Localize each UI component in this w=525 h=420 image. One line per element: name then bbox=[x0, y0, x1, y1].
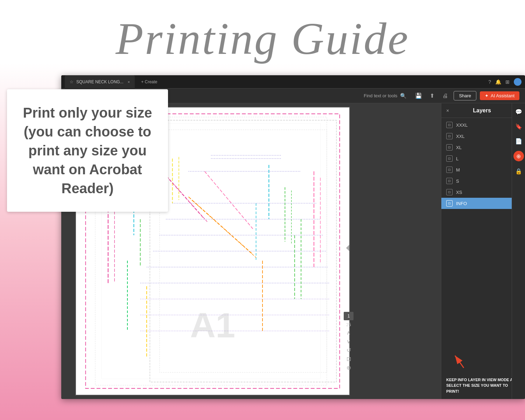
layer-visibility-icon[interactable]: ⊡ bbox=[446, 122, 453, 128]
layer-name-xxxl: XXXL bbox=[456, 122, 520, 128]
new-tab-button[interactable]: + Create bbox=[138, 78, 161, 86]
bookmark-icon[interactable]: 🔖 bbox=[514, 121, 524, 131]
right-edge-icons: 💬 🔖 📄 ⊕ 🔒 bbox=[512, 103, 525, 399]
printing-guide-title: Printing Guide bbox=[115, 12, 410, 65]
layer-visibility-icon-m[interactable]: ⊡ bbox=[446, 167, 453, 173]
save-icon[interactable]: 💾 bbox=[414, 91, 424, 101]
page-up-button[interactable]: ∧ bbox=[346, 329, 351, 336]
layer-visibility-icon-xxl[interactable]: ⊡ bbox=[446, 133, 453, 139]
help-icon[interactable]: ? bbox=[488, 79, 491, 85]
layer-visibility-icon-s[interactable]: ⊡ bbox=[446, 178, 453, 184]
layer-visibility-icon-xs[interactable]: ⊡ bbox=[446, 189, 453, 195]
tab-close-button[interactable]: × bbox=[128, 80, 130, 84]
apps-icon[interactable]: ⊞ bbox=[505, 79, 510, 85]
active-tab[interactable]: ☆ SQUARE NECK LONG... × bbox=[65, 75, 135, 89]
svg-line-43 bbox=[455, 356, 464, 368]
layer-visibility-icon-l[interactable]: ⊡ bbox=[446, 155, 453, 162]
svg-text:A1: A1 bbox=[190, 306, 235, 345]
fit-page-button[interactable]: ⊡ bbox=[346, 356, 351, 362]
total-pages: 25 bbox=[346, 322, 351, 327]
star-icon: ☆ bbox=[70, 79, 74, 84]
share-button[interactable]: Share bbox=[454, 91, 476, 100]
layer-visibility-icon-info[interactable]: ⊡ bbox=[446, 200, 453, 206]
browser-icons-right: ? 🔔 ⊞ bbox=[488, 78, 522, 86]
search-area: Find text or tools 🔍 bbox=[364, 93, 407, 99]
ai-icon: ✦ bbox=[485, 93, 489, 98]
ai-assistant-button[interactable]: ✦ AI Assistant bbox=[480, 91, 519, 100]
info-card-text: Print only your size (you can choose to … bbox=[21, 103, 154, 198]
layer-visibility-icon-xl[interactable]: ⊡ bbox=[446, 144, 453, 150]
layer-name-info: INFO bbox=[456, 201, 520, 206]
tab-title: SQUARE NECK LONG... bbox=[76, 79, 124, 84]
refresh-button[interactable]: ↺ bbox=[346, 347, 351, 354]
document-icon[interactable]: 📄 bbox=[514, 136, 524, 146]
info-card: Print only your size (you can choose to … bbox=[7, 89, 168, 212]
current-page: 1 bbox=[344, 312, 354, 320]
layer-name-l: L bbox=[456, 156, 520, 161]
lock-icon[interactable]: 🔒 bbox=[514, 166, 524, 176]
zoom-in-button[interactable]: ⊕ bbox=[346, 364, 351, 371]
user-avatar[interactable] bbox=[514, 78, 522, 86]
sidebar-close-button[interactable]: × bbox=[446, 108, 449, 113]
page-down-button[interactable]: ∨ bbox=[346, 338, 351, 345]
layers-icon[interactable]: ⊕ bbox=[513, 151, 524, 161]
search-icon[interactable]: 🔍 bbox=[400, 93, 407, 99]
page-controls: 1 25 ∧ ∨ ↺ ⊡ ⊕ bbox=[344, 312, 354, 371]
search-label: Find text or tools bbox=[364, 93, 397, 98]
layer-name-xxl: XXL bbox=[456, 134, 520, 139]
toolbar-right: 💾 ⬆ 🖨 Share ✦ AI Assistant bbox=[414, 91, 519, 101]
layer-name-xl: XL bbox=[456, 145, 520, 150]
comment-icon[interactable]: 💬 bbox=[514, 107, 524, 117]
title-area: Printing Guide bbox=[0, 4, 525, 74]
bell-icon[interactable]: 🔔 bbox=[495, 79, 501, 85]
layers-title: Layers bbox=[473, 107, 491, 114]
arrow-annotation bbox=[446, 350, 471, 371]
layer-name-m: M bbox=[456, 167, 520, 173]
print-icon[interactable]: 🖨 bbox=[440, 91, 450, 101]
upload-icon[interactable]: ⬆ bbox=[427, 91, 437, 101]
layer-name-s: S bbox=[456, 178, 520, 184]
layer-name-xs: XS bbox=[456, 190, 520, 195]
browser-bar: ☆ SQUARE NECK LONG... × + Create ? 🔔 ⊞ bbox=[61, 75, 525, 89]
